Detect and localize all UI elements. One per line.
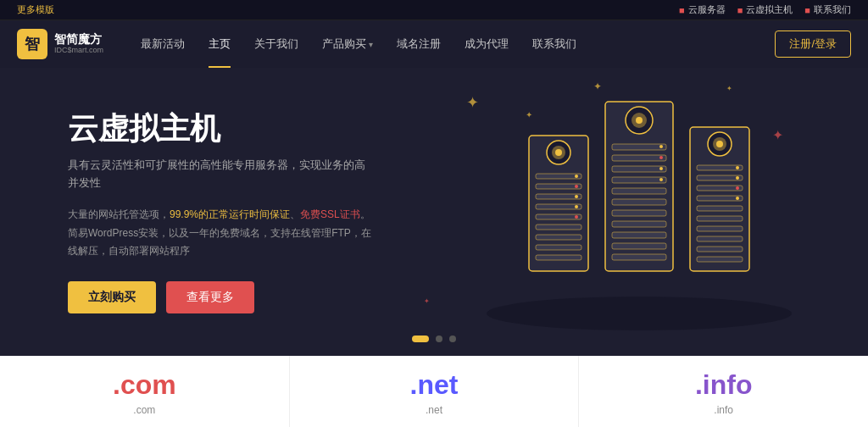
svg-point-34 [659,156,663,159]
products-dropdown-arrow: ▾ [369,40,373,49]
hero-subtitle: 具有云灵活性和可扩展性的高性能专用服务器，实现业务的高并发性 [68,157,373,192]
hero-description: 大量的网站托管选项，99.9%的正常运行时间保证、免费SSL证书。 简易Word… [68,206,373,261]
svg-rect-30 [612,232,666,238]
domain-info-label: .info [714,404,733,416]
svg-point-21 [636,117,643,124]
logo[interactable]: 智 智简魔方 IDC$mart.com [17,29,103,59]
top-bar-more-templates[interactable]: 更多模版 [17,3,54,16]
svg-rect-5 [536,184,581,189]
svg-rect-10 [536,235,581,240]
pagination-dot-3[interactable] [449,336,456,342]
svg-rect-31 [612,243,666,249]
svg-point-17 [575,215,578,219]
svg-rect-50 [697,257,743,262]
svg-rect-9 [536,225,581,230]
hero-desc-prefix: 大量的网站托管选项， [68,208,170,220]
svg-point-13 [575,175,578,178]
svg-point-14 [575,185,578,188]
logo-text: 智简魔方 IDC$mart.com [54,33,103,54]
svg-rect-25 [612,177,666,183]
svg-point-55 [487,297,792,330]
svg-rect-7 [536,204,581,209]
svg-rect-24 [612,166,666,172]
pagination-dot-2[interactable] [436,336,442,342]
pagination-dot-1[interactable] [412,336,429,342]
contact-icon: ■ [804,5,810,15]
view-more-button[interactable]: 查看更多 [166,281,254,313]
domain-com-label: .com [133,404,155,416]
domain-com-name: .com [113,369,176,401]
svg-rect-12 [536,255,581,260]
svg-rect-26 [612,188,666,194]
hero-title: 云虚拟主机 [68,110,373,147]
svg-rect-8 [536,214,581,219]
svg-point-16 [575,205,578,208]
svg-point-15 [575,195,578,198]
nav-item-about[interactable]: 关于我们 [242,20,310,68]
nav-item-contact[interactable]: 联系我们 [520,20,588,68]
svg-rect-32 [612,254,666,260]
svg-point-51 [736,166,739,169]
svg-rect-42 [697,175,743,180]
hero-content: 云虚拟主机 具有云灵活性和可扩展性的高性能专用服务器，实现业务的高并发性 大量的… [0,110,441,313]
svg-point-3 [555,149,562,156]
logo-icon: 智 [17,29,47,59]
svg-rect-11 [536,245,581,250]
register-login-button[interactable]: 注册/登录 [775,30,851,58]
server-icon: ■ [737,5,743,15]
svg-rect-43 [697,186,743,191]
svg-rect-22 [612,144,666,150]
svg-rect-48 [697,236,743,241]
main-nav: 智 智简魔方 IDC$mart.com 最新活动 主页 关于我们 产品购买 ▾ … [0,20,868,68]
svg-rect-49 [697,247,743,252]
server-illustration [461,85,817,339]
svg-point-36 [659,178,663,181]
svg-point-33 [659,145,663,148]
hero-highlight-uptime: 99.9%的正常运行时间保证 [170,208,290,220]
svg-point-54 [736,197,739,200]
svg-point-52 [736,176,739,180]
svg-rect-46 [697,216,743,221]
domain-section: .com .com .net .net .info .info [0,356,868,427]
top-bar-links: ■ 云服务器 ■ 云虚拟主机 ■ 联系我们 [679,3,851,16]
hero-section: ✦ ✦ ✦ ✦ ✦ ✦ [0,68,868,356]
hero-buttons: 立刻购买 查看更多 [68,281,373,313]
top-server-link[interactable]: ■ 云虚拟主机 [737,3,793,16]
hero-pagination [412,336,456,342]
domain-net-name: .net [410,369,459,401]
svg-rect-27 [612,199,666,205]
nav-item-domain[interactable]: 域名注册 [385,20,453,68]
nav-item-latest[interactable]: 最新活动 [129,20,197,68]
svg-rect-6 [536,194,581,199]
top-contact-link[interactable]: ■ 联系我们 [804,3,851,16]
cloud-icon: ■ [679,5,685,15]
svg-point-35 [659,167,663,170]
buy-now-button[interactable]: 立刻购买 [68,281,156,313]
nav-item-agent[interactable]: 成为代理 [453,20,520,68]
svg-point-53 [736,186,739,190]
top-cloud-service-link[interactable]: ■ 云服务器 [679,3,726,16]
svg-rect-45 [697,206,743,211]
nav-links: 最新活动 主页 关于我们 产品购买 ▾ 域名注册 成为代理 联系我们 [129,20,775,68]
nav-item-home[interactable]: 主页 [197,20,242,68]
svg-rect-44 [697,196,743,201]
domain-info-name: .info [695,369,753,401]
svg-rect-23 [612,155,666,161]
svg-point-40 [716,141,723,147]
hero-desc-suffix: 简易WordPress安装，以及一年的免费域名，支持在线管理FTP，在线解压，自… [68,227,371,258]
svg-rect-41 [697,165,743,170]
svg-rect-29 [612,221,666,227]
svg-rect-28 [612,210,666,216]
top-bar: 更多模版 ■ 云服务器 ■ 云虚拟主机 ■ 联系我们 [0,0,868,20]
domain-card-info[interactable]: .info .info [579,356,868,427]
nav-item-products[interactable]: 产品购买 ▾ [310,20,385,68]
svg-rect-47 [697,226,743,231]
domain-card-com[interactable]: .com .com [0,356,290,427]
domain-net-label: .net [426,404,442,416]
hero-desc-mid: 、 [290,208,300,220]
hero-highlight-ssl: 免费SSL证书 [300,208,360,220]
svg-rect-4 [536,174,581,179]
domain-card-net[interactable]: .net .net [290,356,580,427]
